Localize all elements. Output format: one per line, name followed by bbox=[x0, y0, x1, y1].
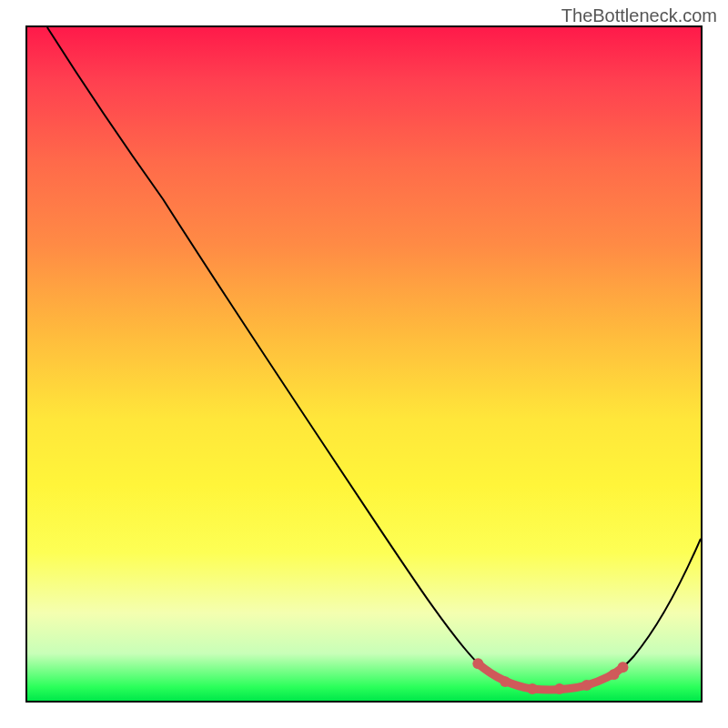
highlight-dot bbox=[617, 662, 628, 672]
watermark-text: TheBottleneck.com bbox=[561, 5, 717, 26]
highlight-dot bbox=[527, 683, 538, 694]
highlight-dot bbox=[472, 658, 483, 669]
highlight-dot bbox=[609, 669, 620, 680]
highlight-segment bbox=[478, 663, 622, 690]
highlight-dot bbox=[581, 680, 592, 691]
highlight-dot bbox=[500, 676, 511, 687]
main-curve bbox=[47, 27, 701, 691]
chart-container: TheBottleneck.com bbox=[0, 0, 728, 728]
plot-area bbox=[25, 25, 703, 703]
curve-svg bbox=[27, 27, 701, 701]
highlight-dot bbox=[554, 683, 565, 694]
